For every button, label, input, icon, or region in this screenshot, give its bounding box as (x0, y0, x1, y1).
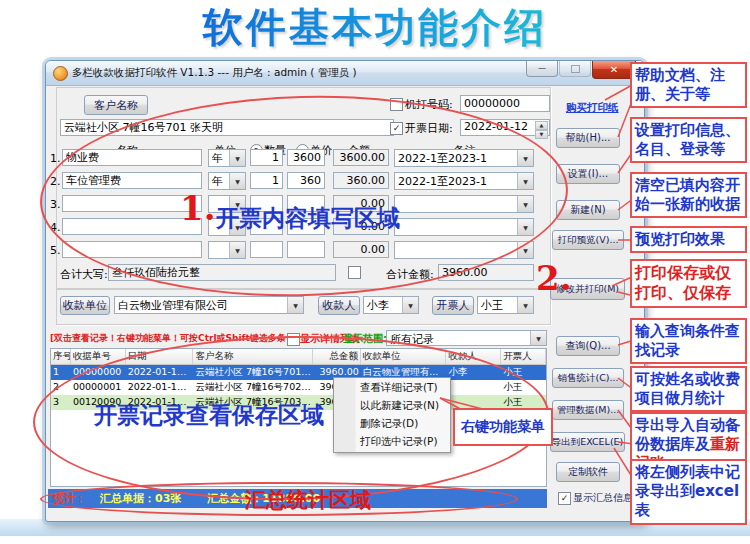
menu-item-new-from-this[interactable]: 以此新建记录(N) (334, 396, 450, 414)
new-button[interactable]: 新建(N) (556, 200, 620, 220)
customer-input[interactable] (60, 119, 394, 136)
price-input[interactable] (287, 149, 325, 166)
show-summary-checkbox[interactable]: ✓ (558, 492, 571, 505)
item-name-input[interactable] (62, 172, 202, 189)
settings-button[interactable]: 设置(I)... (556, 164, 620, 184)
dropdown-arrow-icon[interactable]: ▼ (402, 297, 418, 313)
minimize-button[interactable]: — (526, 61, 558, 77)
total-words-label: 合计大写: (60, 267, 108, 282)
table-row[interactable]: 2 00000001 2022-01-12... 云端社小区 7幢16号702 … (51, 380, 546, 395)
payee-button[interactable]: 收款人 (318, 296, 360, 315)
show-summary-label: 显示汇总信息 (573, 491, 633, 505)
callout-query: 输入查询条件查找记录 (630, 318, 747, 364)
callout-preview: 预览打印效果 (630, 226, 747, 253)
col-header[interactable]: 日期 (126, 349, 194, 364)
remark-combo[interactable]: ▼ (394, 241, 534, 259)
qty-input[interactable] (250, 149, 283, 166)
callout-help: 帮助文档、注册、关于等 (630, 62, 747, 108)
col-header[interactable]: 收款人 (446, 349, 501, 364)
price-input[interactable] (287, 172, 325, 189)
invoice-date-value: 2022-01-12 (464, 120, 528, 133)
payee-company-combo[interactable]: 白云物业管理有限公司▼ (114, 296, 304, 314)
machine-no-input[interactable] (460, 95, 550, 112)
table-row[interactable]: 1 00000000 2022-01-12... 云端社小区 7幢16号701 … (51, 365, 546, 380)
date-spinner[interactable]: ▲ ▼ (535, 121, 548, 134)
total-amount-field (438, 264, 534, 281)
menu-item-print-selected[interactable]: 打印选中记录(P) (334, 432, 450, 450)
window-titlebar[interactable]: 多栏收款收据打印软件 V1.1.3 --- 用户名 : admin ( 管理员 … (46, 61, 644, 86)
print-preview-button[interactable]: 打印预览(V)... (552, 230, 624, 250)
total-amount-label: 合计金额: (386, 267, 434, 282)
dropdown-arrow-icon[interactable]: ▼ (517, 297, 533, 313)
invoice-date-input[interactable]: 2022-01-12 ▲ ▼ (460, 119, 550, 136)
machine-no-checkbox[interactable] (390, 98, 403, 111)
callout-print-save: 打印保存或仅打印、仅保存 (630, 259, 747, 308)
query-button[interactable]: 查询(Q)... (556, 336, 620, 356)
export-excel-button[interactable]: 导出到EXCEL(E) (550, 432, 625, 452)
manage-data-button[interactable]: 管理数据(M)... (552, 400, 624, 420)
custom-software-button[interactable]: 定制软件 (556, 462, 620, 482)
check-icon: ✓ (561, 493, 569, 503)
dropdown-arrow-icon[interactable]: ▼ (517, 196, 533, 212)
payee-company-button[interactable]: 收款单位 (60, 296, 110, 315)
drawer-button[interactable]: 开票人 (432, 296, 474, 315)
unit-combo[interactable]: ▼ (208, 241, 246, 259)
dropdown-arrow-icon[interactable]: ▼ (530, 331, 546, 345)
row-number: 1. (50, 152, 61, 165)
dropdown-arrow-icon[interactable]: ▼ (229, 173, 245, 189)
row-number: 5. (50, 244, 61, 257)
dropdown-arrow-icon[interactable]: ▼ (517, 219, 533, 235)
invoice-date-checkbox[interactable]: ✓ (390, 122, 403, 135)
summary-area-annotation: 汇总统计区域 (245, 486, 371, 514)
dropdown-arrow-icon[interactable]: ▼ (517, 173, 533, 189)
spin-down-icon[interactable]: ▼ (535, 130, 548, 139)
customer-name-button[interactable]: 客户名称 (84, 95, 148, 115)
slide-title: 软件基本功能介绍 (0, 0, 750, 55)
dropdown-arrow-icon[interactable]: ▼ (287, 297, 303, 313)
totals-checkbox[interactable] (348, 266, 361, 279)
remark-combo[interactable]: 2022-1至2023-1▼ (394, 172, 534, 190)
amount-field (333, 149, 389, 166)
price-input[interactable] (287, 241, 325, 258)
doc-count: 汇总单据：03张 (100, 491, 181, 506)
payee-combo[interactable]: 小李▼ (363, 296, 419, 314)
spin-up-icon[interactable]: ▲ (535, 121, 548, 130)
help-button[interactable]: 帮助(H)... (556, 128, 620, 148)
sales-stats-button[interactable]: 销售统计(C)... (552, 368, 624, 388)
col-header[interactable]: 开票人 (501, 349, 546, 364)
slide: 软件基本功能介绍 多栏收款收据打印软件 V1.1.3 --- 用户名 : adm… (0, 0, 750, 544)
remark-combo[interactable]: ▼ (394, 195, 534, 213)
dropdown-arrow-icon[interactable]: ▼ (229, 242, 245, 258)
context-menu-annotation: 右键功能菜单 (453, 408, 553, 446)
col-header[interactable]: 序号 (51, 349, 71, 364)
records-hint: [双击查看记录！右键功能菜单！可按Ctrl或Shift键选多条记录批量打印] (50, 332, 286, 345)
drawer-combo[interactable]: 小王▼ (477, 296, 534, 314)
scope-combo[interactable]: 所有记录▼ (386, 330, 547, 346)
menu-item-view-detail[interactable]: 查看详细记录(T) (334, 378, 450, 396)
remark-combo[interactable]: ▼ (394, 218, 534, 236)
remark-combo[interactable]: 2022-1至2023-1▼ (394, 149, 534, 167)
item-name-input[interactable] (62, 241, 202, 258)
buy-paper-link[interactable]: 购买打印纸 (566, 101, 619, 115)
dropdown-arrow-icon[interactable]: ▼ (517, 150, 533, 166)
unit-combo[interactable]: 年▼ (208, 149, 246, 167)
col-header[interactable]: 总金额 (313, 349, 361, 364)
qty-input[interactable] (250, 172, 283, 189)
qty-input[interactable] (250, 241, 283, 258)
check-icon: ✓ (393, 123, 401, 133)
menu-item-delete[interactable]: 删除记录(D) (334, 414, 450, 432)
col-header[interactable]: 收据单号 (71, 349, 126, 364)
maximize-button[interactable] (559, 61, 591, 77)
records-table-header[interactable]: 序号 收据单号 日期 客户名称 总金额 收款单位 收款人 开票人 (51, 349, 546, 365)
col-header[interactable]: 收款单位 (361, 349, 447, 364)
item-name-input[interactable] (62, 149, 202, 166)
row-number: 3. (50, 198, 61, 211)
maximize-icon (571, 65, 580, 73)
stats-label: 统计： (53, 491, 86, 506)
col-header[interactable]: 客户名称 (193, 349, 313, 364)
invoice-area-annotation: 开票内容填写区域 (216, 203, 400, 234)
dropdown-arrow-icon[interactable]: ▼ (229, 150, 245, 166)
detail-list-checkbox[interactable] (287, 333, 300, 346)
dropdown-arrow-icon[interactable]: ▼ (517, 242, 533, 258)
minimize-icon: — (538, 64, 546, 73)
